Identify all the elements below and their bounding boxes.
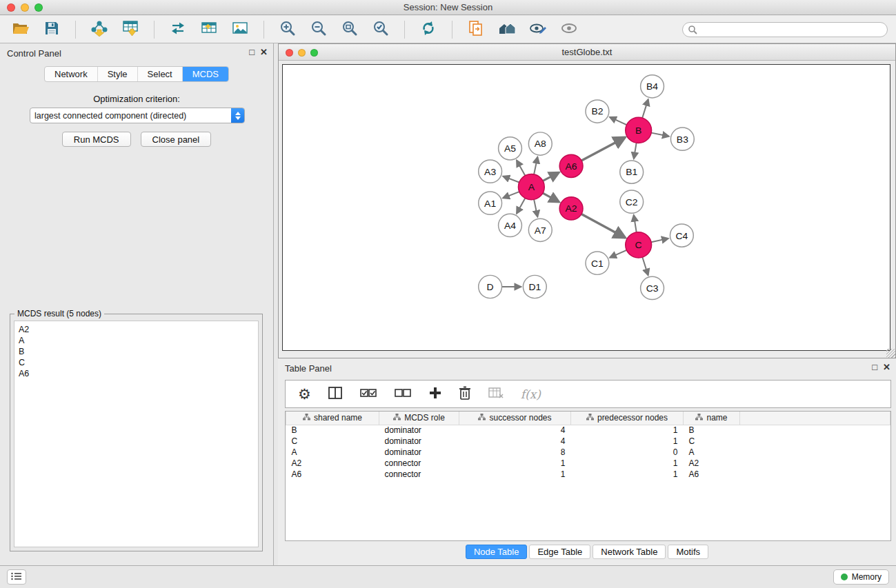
graph-node-B2[interactable]: B2 xyxy=(586,100,609,123)
graph-edge-A-A6[interactable] xyxy=(543,172,559,181)
graph-edge-A-A2[interactable] xyxy=(543,193,559,202)
graph-node-A8[interactable]: A8 xyxy=(528,132,552,155)
graph-edge-B-B2[interactable] xyxy=(610,117,627,125)
graph-node-A7[interactable]: A7 xyxy=(528,219,552,241)
create-column-button[interactable] xyxy=(428,386,442,403)
table-row[interactable]: A6connector11A6 xyxy=(286,469,890,480)
delete-column-button[interactable] xyxy=(459,385,471,403)
minimize-window-button[interactable] xyxy=(21,3,29,12)
search-input[interactable] xyxy=(682,22,888,37)
zoom-network-window-button[interactable] xyxy=(310,49,318,57)
graph-node-A2[interactable]: A2 xyxy=(559,197,583,220)
graph-node-A1[interactable]: A1 xyxy=(479,192,502,214)
zoom-window-button[interactable] xyxy=(34,3,43,12)
graph-edge-C-C4[interactable] xyxy=(651,239,668,242)
node-table-container[interactable]: shared nameMCDS rolesuccessor nodesprede… xyxy=(285,411,891,541)
export-table-button[interactable] xyxy=(197,19,221,40)
table-row[interactable]: A2connector11A2 xyxy=(286,458,890,469)
export-network-button[interactable] xyxy=(166,19,190,40)
graph-node-B4[interactable]: B4 xyxy=(641,75,664,98)
open-session-button[interactable] xyxy=(8,19,33,40)
graph-edge-B-B3[interactable] xyxy=(651,133,669,136)
table-row[interactable]: Cdominator41C xyxy=(286,436,890,447)
criterion-dropdown[interactable]: largest connected component (directed) xyxy=(30,108,245,123)
float-table-panel-icon[interactable]: □ xyxy=(872,362,877,372)
graph-node-C1[interactable]: C1 xyxy=(586,252,609,274)
tab-motifs[interactable]: Motifs xyxy=(668,545,708,559)
network-canvas[interactable]: B4B2BB3A5A8A6B1A3AA1C2A2A4A7C4CC1C3DD1 xyxy=(282,64,890,351)
graph-node-A4[interactable]: A4 xyxy=(499,214,522,236)
graph-edge-A6-B[interactable] xyxy=(581,137,625,161)
graph-edge-C-C3[interactable] xyxy=(642,257,648,275)
graph-node-B3[interactable]: B3 xyxy=(670,128,694,150)
float-panel-icon[interactable]: □ xyxy=(249,47,255,57)
table-settings-button[interactable]: ⚙ xyxy=(298,387,311,401)
graph-node-D1[interactable]: D1 xyxy=(523,275,546,298)
close-network-window-button[interactable] xyxy=(286,49,293,57)
close-table-panel-icon[interactable]: ✕ xyxy=(883,362,890,372)
mcds-result-item[interactable]: A6 xyxy=(19,368,254,379)
close-panel-icon[interactable]: ✕ xyxy=(260,47,268,57)
graph-edge-A-A1[interactable] xyxy=(503,192,519,198)
close-window-button[interactable] xyxy=(7,3,15,12)
export-image-button[interactable] xyxy=(228,19,252,40)
copy-view-button[interactable] xyxy=(464,19,488,40)
column-header[interactable]: MCDS role xyxy=(379,412,459,425)
graph-node-C3[interactable]: C3 xyxy=(641,276,664,299)
unselect-all-columns-button[interactable] xyxy=(394,386,412,403)
graph-edge-A-A3[interactable] xyxy=(503,176,519,183)
graph-edge-A-A8[interactable] xyxy=(534,157,537,174)
tab-mcds[interactable]: MCDS xyxy=(183,67,228,81)
tab-style[interactable]: Style xyxy=(98,67,138,81)
window-resize-handle[interactable] xyxy=(886,349,895,358)
graph-node-A6[interactable]: A6 xyxy=(559,154,583,177)
graph-node-B[interactable]: B xyxy=(626,117,652,143)
run-mcds-button[interactable]: Run MCDS xyxy=(62,132,131,147)
show-hide-button[interactable] xyxy=(557,19,581,40)
import-network-button[interactable] xyxy=(87,19,112,40)
graph-node-B1[interactable]: B1 xyxy=(620,161,644,183)
refresh-layout-button[interactable] xyxy=(416,19,441,40)
network-manager-button[interactable] xyxy=(495,19,519,40)
column-header[interactable]: successor nodes xyxy=(459,412,571,425)
graph-node-A3[interactable]: A3 xyxy=(479,160,502,183)
column-header[interactable]: predecessor nodes xyxy=(571,412,684,425)
graph-node-D[interactable]: D xyxy=(479,275,502,298)
network-window-titlebar[interactable]: testGlobe.txt xyxy=(279,44,895,61)
delete-table-button[interactable] xyxy=(488,386,504,403)
graph-edge-A-A5[interactable] xyxy=(517,161,525,176)
tab-network[interactable]: Network xyxy=(45,67,98,81)
graph-node-C[interactable]: C xyxy=(626,232,652,258)
graph-edge-C-C2[interactable] xyxy=(634,215,637,232)
tab-edge-table[interactable]: Edge Table xyxy=(529,545,590,559)
close-panel-button[interactable]: Close panel xyxy=(141,132,212,147)
mcds-result-list[interactable]: A2ABCA6 xyxy=(14,321,259,547)
zoom-out-button[interactable] xyxy=(306,19,331,40)
tab-node-table[interactable]: Node Table xyxy=(466,545,528,559)
minimize-network-window-button[interactable] xyxy=(298,49,306,57)
network-graph[interactable]: B4B2BB3A5A8A6B1A3AA1C2A2A4A7C4CC1C3DD1 xyxy=(283,65,890,350)
select-all-columns-button[interactable] xyxy=(359,386,377,403)
graph-node-A[interactable]: A xyxy=(518,174,544,200)
zoom-selected-button[interactable] xyxy=(368,19,393,40)
save-session-button[interactable] xyxy=(39,19,64,40)
tab-select[interactable]: Select xyxy=(138,67,183,81)
table-header-row[interactable]: shared nameMCDS rolesuccessor nodesprede… xyxy=(286,412,890,425)
graph-edge-B-B1[interactable] xyxy=(634,143,637,159)
mcds-result-item[interactable]: C xyxy=(19,357,254,368)
tab-network-table[interactable]: Network Table xyxy=(593,545,666,559)
show-columns-button[interactable] xyxy=(328,386,343,403)
mcds-result-item[interactable]: A xyxy=(19,335,254,346)
zoom-fit-button[interactable] xyxy=(337,19,362,40)
mcds-result-item[interactable]: A2 xyxy=(19,324,254,335)
task-history-button[interactable] xyxy=(7,569,26,585)
graph-node-C4[interactable]: C4 xyxy=(670,224,693,247)
graph-edge-C-C1[interactable] xyxy=(610,250,626,258)
graph-edge-A2-C[interactable] xyxy=(581,214,626,237)
column-header[interactable]: name xyxy=(684,412,740,425)
memory-button[interactable]: Memory xyxy=(833,569,889,585)
table-row[interactable]: Bdominator41B xyxy=(286,425,890,436)
graph-edge-A-A4[interactable] xyxy=(517,198,525,213)
graph-edge-A-A7[interactable] xyxy=(534,199,537,216)
graph-node-C2[interactable]: C2 xyxy=(620,190,644,213)
